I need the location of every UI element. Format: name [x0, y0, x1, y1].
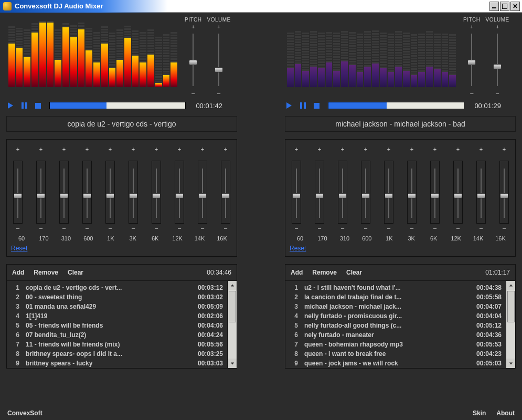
- minimize-button[interactable]: [489, 2, 499, 11]
- eq-band-slider[interactable]: [36, 161, 46, 224]
- volume-slider[interactable]: [214, 31, 223, 89]
- playlist: Add Remove Clear 00:34:46 1 copia de u2 …: [6, 264, 237, 369]
- eq-band-label: 170: [313, 235, 332, 242]
- eq-band-slider[interactable]: [82, 161, 92, 224]
- stop-button[interactable]: [34, 101, 42, 110]
- eq-band-slider[interactable]: [430, 161, 440, 224]
- playlist-row[interactable]: 7 queen - bohemian rhapsody mp3 00:05:53: [290, 340, 502, 349]
- pause-button[interactable]: [299, 101, 307, 110]
- plus-icon: +: [387, 146, 390, 152]
- plus-icon: +: [191, 24, 195, 30]
- eq-band-slider[interactable]: [453, 161, 463, 224]
- pause-button[interactable]: [20, 101, 28, 110]
- minus-icon: –: [201, 225, 204, 231]
- eq-band-label: 310: [57, 235, 76, 242]
- scroll-up-icon[interactable]: [506, 281, 515, 290]
- playlist-row[interactable]: 9 queen - jock jams - we will rock 00:05…: [290, 359, 502, 368]
- scroll-thumb[interactable]: [229, 291, 236, 322]
- eq-band-label: 14K: [190, 235, 209, 242]
- titlebar[interactable]: Convexsoft DJ Audio Mixer: [0, 0, 522, 13]
- play-button[interactable]: [6, 101, 15, 110]
- plus-icon: +: [433, 146, 436, 152]
- playlist-row[interactable]: 9 brittney spears - lucky 00:03:03: [11, 359, 223, 368]
- playlist-row[interactable]: 6 nely furtado - maneater 00:04:36: [290, 330, 502, 340]
- eq-band-slider[interactable]: [59, 161, 69, 224]
- eq-band-label: 600: [357, 235, 376, 242]
- playlist-row[interactable]: 3 michael jackson - michael jack... 00:0…: [290, 302, 502, 311]
- plus-icon: +: [155, 146, 158, 152]
- skin-button[interactable]: Skin: [473, 410, 486, 417]
- minus-icon: –: [433, 225, 436, 231]
- scroll-thumb[interactable]: [507, 291, 515, 322]
- deck: PITCH + – VOLUME + – 00:01:29 michael ja…: [285, 17, 516, 369]
- playlist-row[interactable]: 2 la cancion del trabajo final de t... 0…: [290, 292, 502, 302]
- footer-brand: ConvexSoft: [7, 410, 42, 417]
- scrollbar[interactable]: [506, 281, 515, 368]
- maximize-button[interactable]: [500, 2, 509, 11]
- eq-band-slider[interactable]: [384, 161, 393, 224]
- minus-icon: –: [480, 225, 483, 231]
- eq-band-slider[interactable]: [338, 161, 347, 224]
- plus-icon: +: [109, 146, 112, 152]
- close-button[interactable]: [510, 2, 520, 11]
- clear-button[interactable]: Clear: [68, 269, 83, 276]
- volume-label: VOLUME: [207, 17, 231, 23]
- scrollbar[interactable]: [227, 281, 237, 368]
- seek-bar[interactable]: [49, 102, 186, 109]
- add-button[interactable]: Add: [12, 269, 24, 276]
- eq-band-slider[interactable]: [407, 161, 417, 224]
- scroll-up-icon[interactable]: [228, 281, 237, 290]
- eq-band-slider[interactable]: [175, 161, 184, 224]
- minus-icon: –: [496, 90, 499, 96]
- now-playing: michael jackson - michael jackson - bad: [285, 116, 516, 132]
- playlist-row[interactable]: 5 05 - friends will be friends 00:04:06: [11, 321, 223, 330]
- eq-band-label: 12K: [446, 235, 465, 242]
- minus-icon: –: [39, 225, 42, 231]
- playlist-row[interactable]: 8 brithney spears- oops i did it a... 00…: [11, 349, 223, 359]
- remove-button[interactable]: Remove: [34, 269, 58, 276]
- playlist-row[interactable]: 2 00 - sweetest thing 00:03:02: [11, 292, 223, 302]
- minus-icon: –: [86, 225, 89, 231]
- playlist-row[interactable]: 1 copia de u2 - vertigo cds - vert... 00…: [11, 283, 223, 292]
- scroll-down-icon[interactable]: [506, 359, 515, 368]
- spectrum-display: [6, 17, 179, 89]
- eq-reset-link[interactable]: Reset: [11, 245, 27, 252]
- pitch-slider[interactable]: [188, 31, 198, 89]
- eq-band-label: 3K: [123, 235, 142, 242]
- playlist-row[interactable]: 6 07 bendita_tu_luz(2) 00:04:24: [11, 330, 223, 340]
- stop-button[interactable]: [312, 101, 321, 110]
- playlist-row[interactable]: 7 11 - friends will be friends (mix) 00:…: [11, 340, 223, 349]
- eq-reset-link[interactable]: Reset: [290, 245, 306, 252]
- play-button[interactable]: [285, 101, 293, 110]
- eq-band-slider[interactable]: [221, 161, 230, 224]
- playlist-row[interactable]: 3 01 manda una señal429 00:05:09: [11, 302, 223, 311]
- minus-icon: –: [410, 225, 413, 231]
- volume-label: VOLUME: [486, 17, 509, 23]
- pitch-slider[interactable]: [467, 31, 476, 89]
- eq-band-slider[interactable]: [476, 161, 486, 224]
- playlist-row[interactable]: 5 nelly furtado-all good things (c... 00…: [290, 321, 502, 330]
- eq-band-slider[interactable]: [499, 161, 509, 224]
- playlist-row[interactable]: 4 nelly furtado - promiscuous gir... 00:…: [290, 311, 502, 321]
- eq-band-slider[interactable]: [361, 161, 370, 224]
- playlist-row[interactable]: 4 1[1]419 00:02:06: [11, 311, 223, 321]
- volume-slider[interactable]: [493, 31, 502, 89]
- clear-button[interactable]: Clear: [346, 269, 362, 276]
- plus-icon: +: [39, 146, 42, 152]
- eq-band-slider[interactable]: [129, 161, 138, 224]
- eq-band-label: 16K: [491, 235, 510, 242]
- playlist-row[interactable]: 8 queen - i want to break free 00:04:23: [290, 349, 502, 359]
- eq-band-slider[interactable]: [105, 161, 115, 224]
- eq-band-slider[interactable]: [198, 161, 207, 224]
- about-button[interactable]: About: [496, 410, 515, 417]
- eq-band-slider[interactable]: [292, 161, 301, 224]
- add-button[interactable]: Add: [291, 269, 303, 276]
- eq-band-label: 1K: [101, 235, 120, 242]
- playlist-row[interactable]: 1 u2 - i still haven't found what i'... …: [290, 283, 502, 292]
- seek-bar[interactable]: [328, 102, 464, 109]
- eq-band-slider[interactable]: [315, 161, 324, 224]
- eq-band-slider[interactable]: [152, 161, 161, 224]
- remove-button[interactable]: Remove: [312, 269, 337, 276]
- eq-band-slider[interactable]: [13, 161, 23, 224]
- scroll-down-icon[interactable]: [228, 359, 237, 368]
